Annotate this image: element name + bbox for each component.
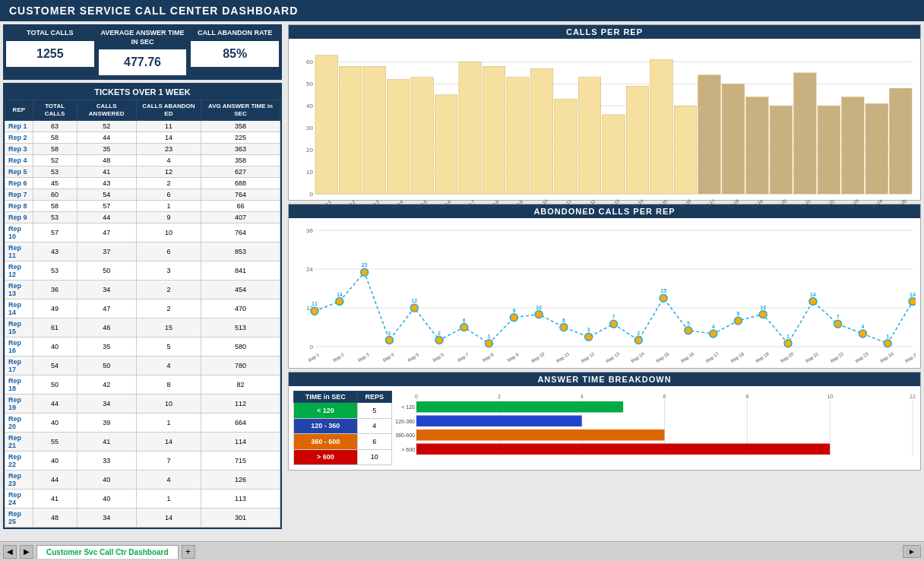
data-cell: 46 — [77, 318, 136, 337]
svg-text:10: 10 — [306, 169, 313, 176]
svg-rect-56 — [818, 106, 840, 194]
svg-text:12: 12 — [910, 394, 916, 399]
rep-name-cell: Rep 14 — [5, 299, 33, 318]
answer-bars: 024681012< 120120-360360-600> 600 — [395, 391, 916, 465]
data-cell: 40 — [77, 470, 136, 489]
svg-text:40: 40 — [306, 103, 313, 109]
table-row: Rep 1336342454 — [5, 280, 280, 299]
add-sheet-button[interactable]: + — [182, 545, 195, 559]
col-total-calls: TOTAL CALLS — [33, 100, 77, 120]
svg-text:14: 14 — [910, 292, 916, 297]
svg-text:1: 1 — [886, 334, 889, 339]
svg-text:2: 2 — [438, 331, 441, 336]
data-cell: 58 — [33, 143, 77, 154]
next-sheet-button[interactable]: ▶ — [20, 545, 33, 559]
scroll-right[interactable]: ► — [903, 545, 921, 558]
svg-rect-161 — [416, 401, 623, 413]
col-avg-answer: AVG ANSWER TIME in SEC — [201, 100, 280, 120]
svg-text:Rep 15: Rep 15 — [655, 351, 670, 363]
svg-rect-28 — [483, 66, 505, 194]
total-calls-label: TOTAL CALLS — [6, 29, 94, 38]
data-cell: 47 — [77, 299, 136, 318]
data-cell: 664 — [201, 413, 280, 432]
data-cell: 34 — [77, 280, 136, 299]
prev-sheet-button[interactable]: ◀ — [3, 545, 17, 559]
svg-text:8: 8 — [737, 311, 740, 316]
table-row: Rep 85857166 — [5, 200, 280, 211]
svg-point-78 — [361, 268, 369, 276]
data-cell: 4 — [136, 356, 201, 375]
svg-point-141 — [884, 340, 891, 347]
data-cell: 41 — [33, 489, 77, 508]
svg-rect-32 — [530, 68, 552, 194]
svg-rect-60 — [865, 103, 888, 194]
right-controls: ► — [903, 545, 921, 558]
svg-text:Rep 21: Rep 21 — [805, 351, 820, 363]
svg-text:4: 4 — [581, 394, 584, 399]
rep-name-cell: Rep 21 — [5, 432, 33, 451]
svg-text:< 120: < 120 — [401, 404, 415, 410]
svg-rect-52 — [770, 106, 792, 194]
svg-text:7: 7 — [612, 314, 615, 319]
tickets-table: REP TOTAL CALLS CALLS ANSWERED CALLS ABA… — [5, 100, 280, 527]
tickets-section: TICKETS OVER 1 WEEK REP TOTAL CALLS CALL… — [3, 83, 282, 528]
data-cell: 4 — [136, 154, 201, 166]
svg-rect-50 — [746, 97, 768, 194]
data-cell: 126 — [201, 470, 280, 489]
svg-text:Rep 11: Rep 11 — [555, 351, 571, 363]
data-cell: 40 — [33, 337, 77, 356]
avg-answer-label: AVERAGE ANSWER TIME in SEC — [99, 29, 187, 46]
svg-rect-38 — [603, 115, 625, 194]
svg-text:Rep 8: Rep 8 — [482, 352, 495, 363]
total-calls-value: 1255 — [6, 41, 94, 67]
svg-text:Rep 22: Rep 22 — [821, 198, 836, 211]
svg-text:Rep 18: Rep 18 — [725, 198, 740, 211]
svg-rect-40 — [626, 86, 648, 194]
time-range-cell: 120 - 360 — [294, 418, 358, 434]
data-cell: 57 — [33, 223, 77, 242]
svg-point-93 — [486, 340, 493, 347]
svg-text:10: 10 — [760, 305, 766, 310]
rep-name-cell: Rep 20 — [5, 413, 33, 432]
sheet-tab[interactable]: Customer Svc Call Ctr Dashboard — [36, 545, 179, 559]
svg-text:Rep 9: Rep 9 — [511, 199, 524, 210]
svg-point-126 — [759, 311, 767, 319]
svg-text:2: 2 — [498, 394, 501, 399]
svg-text:Rep 19: Rep 19 — [749, 198, 764, 211]
data-cell: 61 — [33, 318, 77, 337]
data-cell: 45 — [33, 177, 77, 189]
avg-answer-card: AVERAGE ANSWER TIME in SEC 477.76 — [97, 26, 188, 78]
rep-name-cell: Rep 1 — [5, 120, 33, 132]
data-cell: 780 — [201, 356, 280, 375]
data-cell: 55 — [33, 432, 77, 451]
data-cell: 225 — [201, 132, 280, 143]
calls-per-rep-chart: CALLS PER REP 0102030405060Rep 1Rep 2Rep… — [288, 24, 921, 201]
data-cell: 4 — [136, 470, 201, 489]
data-cell: 23 — [136, 143, 201, 154]
svg-text:4: 4 — [861, 324, 864, 329]
svg-text:30: 30 — [306, 125, 313, 132]
svg-text:5: 5 — [687, 321, 690, 326]
data-cell: 63 — [33, 120, 77, 132]
data-cell: 1 — [136, 200, 201, 211]
answer-table: TIME in SEC REPS < 1205120 - 3604360 - 6… — [293, 391, 392, 465]
time-range-cell: 360 - 600 — [294, 434, 358, 450]
svg-point-105 — [585, 333, 593, 341]
line-chart: 012243611Rep 114Rep 223Rep 32Rep 412Rep … — [293, 223, 916, 363]
bar-chart: 0102030405060Rep 1Rep 2Rep 3Rep 4Rep 5Re… — [293, 43, 916, 195]
data-cell: 5 — [136, 337, 201, 356]
right-panel: CALLS PER REP 0102030405060Rep 1Rep 2Rep… — [285, 21, 924, 541]
answer-row: < 1205 — [294, 403, 392, 419]
svg-text:Rep 1: Rep 1 — [308, 352, 321, 363]
svg-text:36: 36 — [306, 227, 313, 234]
data-cell: 41 — [77, 166, 136, 177]
svg-text:Rep 3: Rep 3 — [367, 199, 380, 210]
data-cell: 33 — [77, 451, 136, 470]
svg-text:11: 11 — [312, 301, 318, 306]
answer-row: > 60010 — [294, 449, 392, 465]
svg-text:Rep 5: Rep 5 — [407, 352, 420, 363]
data-cell: 715 — [201, 451, 280, 470]
table-row: Rep 760546764 — [5, 189, 280, 200]
data-cell: 52 — [33, 154, 77, 166]
svg-point-87 — [435, 337, 443, 344]
